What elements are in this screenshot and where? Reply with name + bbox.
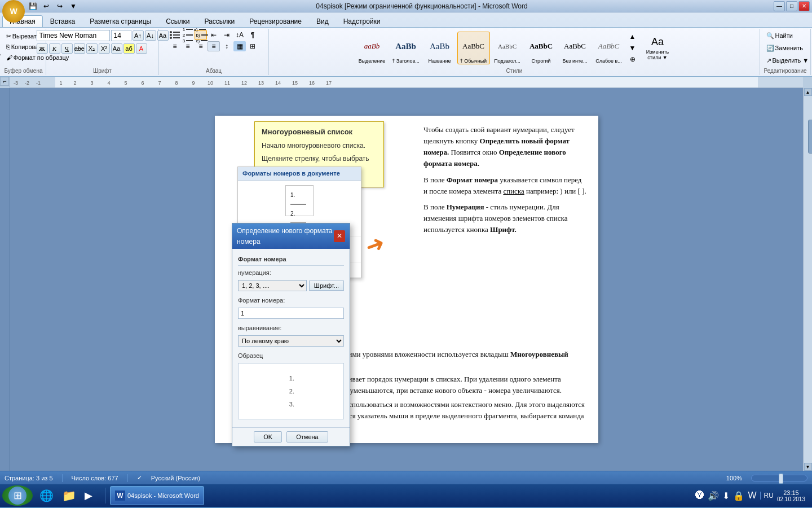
taskbar-download[interactable]: ⬇ [722, 491, 730, 501]
dialog-alignment-select[interactable]: По левому краю [238, 335, 344, 347]
select-button[interactable]: ↗ Выделить ▼ [764, 55, 807, 66]
dialog-font-button[interactable]: Шрифт... [309, 281, 344, 291]
dialog-close-button[interactable]: ✕ [334, 230, 345, 242]
tray-sep [760, 492, 761, 500]
numbering-button[interactable]: 123 [182, 30, 194, 40]
taskbar-ie[interactable]: 🌐 [35, 486, 55, 505]
styles-scroll-down[interactable]: ▼ [626, 43, 639, 53]
shading-button[interactable]: ▦ [233, 41, 246, 51]
align-center-button[interactable]: ≡ [182, 41, 194, 51]
close-button[interactable]: ✕ [798, 1, 810, 11]
minimize-button[interactable]: — [774, 1, 785, 11]
scroll-up-button[interactable]: ▲ [804, 88, 812, 96]
multilevel-button[interactable]: a)b)c) [195, 30, 207, 40]
qat-undo[interactable]: ↩ [41, 1, 52, 11]
taskbar-network[interactable]: 🔒 [733, 491, 744, 501]
dialog-titlebar: Определение нового формата номера ✕ [232, 224, 350, 249]
format-painter-icon: 🖌 [6, 54, 12, 61]
bold-button[interactable]: Ж [37, 43, 48, 54]
font-size-box[interactable]: 14 [111, 30, 131, 41]
dialog-number-format-input[interactable] [238, 308, 344, 319]
office-logo[interactable]: W [2, 0, 25, 23]
zoom-slider[interactable] [751, 475, 807, 481]
style-выделение[interactable]: aaBbВыделение [356, 32, 389, 64]
dialog-ok-button[interactable]: OK [254, 431, 282, 443]
tab-page-layout[interactable]: Разметка страницы [82, 15, 158, 27]
bullets-button[interactable] [169, 30, 181, 40]
paste-button[interactable]: 📋 Вставить [0, 30, 2, 63]
tab-stop-button[interactable]: ⌐ [0, 77, 9, 86]
doc-area[interactable]: Многоуровневый список Начало многоуровне… [10, 88, 803, 471]
style-строгий[interactable]: AaBbCСтрогий [525, 32, 558, 64]
taskbar-word[interactable]: W 04spisok - Microsoft Word [110, 486, 204, 505]
replace-icon: 🔄 [766, 45, 774, 52]
style-название[interactable]: AaBbНазвание [423, 32, 456, 64]
styles-more[interactable]: ⊕ [626, 54, 639, 64]
change-styles-icon: Аа [651, 36, 664, 48]
doc-right-text: Чтобы создать свой вариант нумерации, сл… [423, 124, 587, 240]
change-styles-button[interactable]: Аа Изменить стили ▼ [642, 33, 673, 64]
style-заголовок1[interactable]: AaBb† Заголов... [390, 32, 422, 64]
taskbar-word-tray[interactable]: W [748, 491, 756, 501]
start-icon: ⊞ [8, 487, 27, 505]
line-spacing-button[interactable]: ↕ [220, 41, 233, 51]
highlight-button[interactable]: аб [123, 43, 135, 54]
taskbar-sound[interactable]: 🔊 [708, 491, 719, 501]
scroll-down-button[interactable]: ▼ [804, 463, 812, 471]
tab-references[interactable]: Ссылки [158, 15, 197, 27]
subscript-button[interactable]: X₂ [86, 43, 98, 54]
underline-button[interactable]: Ч [61, 43, 73, 54]
shrink-font-button[interactable]: A↓ [145, 30, 156, 41]
status-sep2 [127, 474, 128, 482]
scrollbar-thumb[interactable] [808, 120, 813, 154]
tab-review[interactable]: Рецензирование [242, 15, 309, 27]
superscript-button[interactable]: X² [99, 43, 110, 54]
tab-addins[interactable]: Надстройки [336, 15, 388, 27]
dialog-cancel-button[interactable]: Отмена [286, 431, 328, 443]
align-right-button[interactable]: ≡ [195, 41, 207, 51]
font-name-box[interactable]: Times New Roman [37, 30, 110, 41]
taskbar-media[interactable]: ▶ [80, 486, 100, 505]
tab-insert[interactable]: Вставка [43, 15, 83, 27]
ruler-container: ⌐ -3 -2 -1 1 2 3 4 5 6 7 8 9 10 11 12 13… [0, 77, 812, 88]
show-formatting-button[interactable]: ¶ [246, 30, 259, 40]
style-слабое[interactable]: AaBbCСлабое в... [593, 32, 625, 64]
grow-font-button[interactable]: A↑ [133, 30, 144, 41]
maximize-button[interactable]: □ [786, 1, 797, 11]
strikethrough-button[interactable]: аbc [74, 43, 85, 54]
sort-button[interactable]: ↕A [233, 30, 246, 40]
start-button[interactable]: ⊞ [2, 485, 33, 506]
word-icon: W [115, 491, 125, 501]
text-effects-button[interactable]: Аа [111, 43, 122, 54]
explorer-icon: 📁 [62, 489, 76, 502]
qat-save[interactable]: 💾 [27, 1, 38, 11]
zoom-thumb[interactable] [779, 474, 783, 484]
style-обычный[interactable]: AaBbC† Обычный [457, 32, 490, 64]
vertical-scrollbar[interactable]: ▲ ▼ [803, 88, 812, 471]
system-clock[interactable]: 23:15 02.10.2013 [777, 489, 805, 502]
align-justify-button[interactable]: ≡ [208, 41, 220, 51]
style-подзаголовок[interactable]: AaBbCПодзагол... [491, 32, 524, 64]
language[interactable]: Русский (Россия) [151, 475, 200, 481]
tooltip-title: Многоуровневый список [262, 126, 377, 138]
replace-button[interactable]: 🔄 Заменить [764, 42, 807, 54]
dialog-format-number-section: Формат номера [238, 255, 344, 266]
style-без-интер[interactable]: AaBbCБез инте... [559, 32, 592, 64]
increase-indent-button[interactable]: ⇥ [220, 30, 233, 40]
qat-redo[interactable]: ↪ [54, 1, 65, 11]
taskbar-explorer[interactable]: 📁 [58, 486, 78, 505]
italic-button[interactable]: К [49, 43, 60, 54]
dialog-numbering-select[interactable]: 1, 2, 3, .... [238, 280, 307, 291]
tray-lang[interactable]: RU [764, 492, 774, 500]
styles-scroll-up[interactable]: ▲ [626, 32, 639, 42]
tab-view[interactable]: Вид [309, 15, 336, 27]
dialog-title: Определение нового формата номера [237, 226, 334, 247]
tab-mailings[interactable]: Рассылки [197, 15, 242, 27]
borders-button[interactable]: ⊞ [246, 41, 259, 51]
decrease-indent-button[interactable]: ⇤ [208, 30, 220, 40]
find-button[interactable]: 🔍 Найти [764, 30, 807, 41]
align-left-button[interactable]: ≡ [169, 41, 181, 51]
font-color-button[interactable]: А [136, 43, 147, 54]
ribbon-content: 📋 Вставить ✂ Вырезать ⎘ Копировать [0, 27, 812, 76]
taskbar-yandex[interactable]: 🅨 [695, 491, 704, 501]
